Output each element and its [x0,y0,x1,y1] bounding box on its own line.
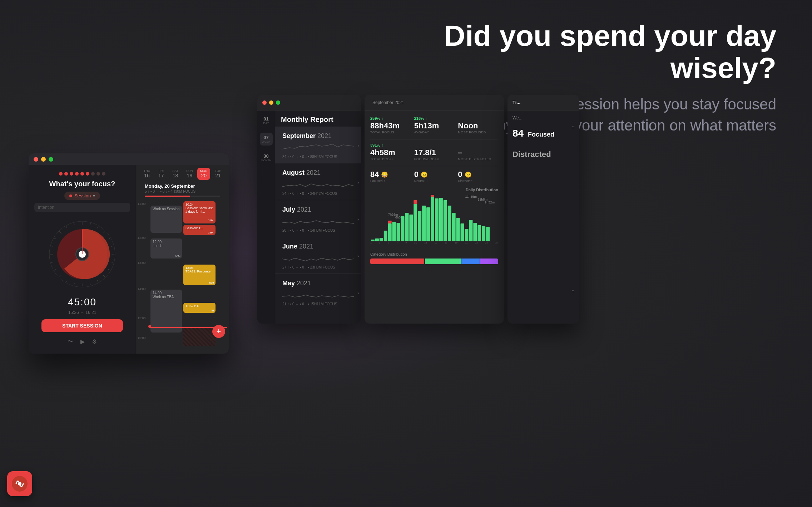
dot-1 [59,172,63,176]
subheadline-line1: Session helps you stay focused [566,96,776,113]
svg-rect-34 [388,221,392,223]
svg-line-2 [90,223,91,225]
event-work-session[interactable]: Work on Session [150,206,182,233]
add-event-button[interactable]: + [212,325,225,338]
chevron-may: › [357,290,359,296]
distracted-text: Distracted [513,150,551,159]
analytics-max-button[interactable] [276,100,280,105]
cal-date-label: Monday, 20 September [140,182,224,189]
analytics-min-button[interactable] [269,100,273,105]
sidebar-item-week[interactable]: 07 WEEK [260,133,273,146]
svg-rect-31 [380,238,383,241]
cal-day-mon[interactable]: MON 20 [197,168,210,180]
svg-rect-42 [418,211,421,241]
dot-3 [70,172,73,176]
dot-5 [80,172,84,176]
svg-rect-47 [435,198,439,241]
event-tba1[interactable]: 13:06TBA21: Favourite 56M [183,265,216,285]
scroll-down-button[interactable]: ↑ [571,287,575,295]
event-lunch[interactable]: 12:00Lunch 60M [150,238,182,259]
sparkline-may [282,289,354,299]
minimize-button[interactable] [41,157,46,162]
sparkline-september [282,142,354,152]
bar-label-630: 6h3m [395,216,403,219]
cal-stats: 5 ↑ • 0 → • 0 ↓ • 4H30M FOCUS [140,189,224,196]
daily-distribution-section: Daily Distribution 11h55m 11h5m 9h52m 7h… [370,188,498,248]
emoji-focused: 84 😄 Focused ↑ [370,170,411,183]
analytics-close-button[interactable] [262,100,267,105]
svg-rect-39 [409,215,413,241]
stat-val-1: 88h43m [370,121,411,131]
timer-app-section: What's your focus? Session ▾ Intention [29,153,272,354]
svg-line-18 [51,262,53,263]
bar-label-952: 9h52m [485,201,495,204]
session-pill[interactable]: Session ▾ [64,192,100,200]
month-stats-july: 20 ↑ • 0 → • 0 ↓ • 14H3M FOCUS [282,228,354,232]
stats-grid-1: 259% ↑ 88h43m TOTAL FOCUS 216% ↑ 5h13m A… [370,116,498,134]
focused-distracted-section: 84 Focused Distracted [513,128,574,159]
cal-day-sun[interactable]: SUN 19 [183,168,196,180]
intention-field[interactable]: Intention [34,203,130,212]
month-stats-may: 21 ↑ • 0 → • 0 ↓ • 15H11M FOCUS [282,302,354,306]
stat-most-focused: - Noon MOST FOCUSED [458,116,498,134]
analytics-right-titlebar: September 2021 [365,95,504,110]
stat-total-focus: 259% ↑ 88h43m TOTAL FOCUS [370,116,411,134]
month-info-june: June 2021 27 ↑ • 0 → • 0 ↓ • 23H3M FOCUS [282,243,354,269]
start-session-button[interactable]: START SESSION [41,319,123,332]
svg-rect-51 [452,213,456,241]
app-icon[interactable] [7,471,32,496]
svg-line-5 [108,238,110,239]
sidebar-item-month[interactable]: 30 MONTH [260,151,273,164]
scroll-up-button[interactable]: ↑ [571,123,575,131]
svg-rect-36 [397,223,400,241]
cal-day-thu[interactable]: THU 16 [140,168,153,180]
month-item-august[interactable]: August 2021 34 ↑ • 0 → • 0 ↓ • 24H42M FO… [275,163,361,200]
cal-day-fri[interactable]: FRI 17 [155,168,168,180]
dot-2 [64,172,68,176]
close-button[interactable] [34,157,38,162]
current-time-dot [148,325,151,328]
month-item-june[interactable]: June 2021 27 ↑ • 0 → • 0 ↓ • 23H3M FOCUS… [275,237,361,274]
svg-line-16 [59,275,61,277]
sidebar-item-day[interactable]: 01 DAY [260,114,273,127]
distracted-large-label: Distracted [513,150,574,159]
stat-divider-1 [370,139,498,139]
play-icon[interactable]: ▶ [80,338,85,345]
stat-pct-2: 216% ↑ [414,116,455,120]
cal-day-tue[interactable]: TUE 21 [212,168,224,180]
svg-line-24 [74,223,75,225]
headline: Did you spend your day wisely? [419,20,776,84]
window-titlebar [29,153,229,165]
gear-icon[interactable]: ⚙ [92,338,97,345]
event-tba2[interactable]: TBA21: F... 4B [183,303,216,313]
event-session-1[interactable]: 10:24Session: Show last 2 days for fr...… [183,201,216,223]
clock-container [46,218,118,290]
svg-rect-35 [392,222,396,241]
svg-rect-52 [456,218,460,241]
activity-icon[interactable]: 〜 [68,338,73,345]
distracted-label: Distracted ↓ [458,179,498,183]
svg-rect-40 [414,204,417,241]
month-stats-june: 27 ↑ • 0 → • 0 ↓ • 23H3M FOCUS [282,265,354,269]
stat-lbl-4: TOTAL BREAK [370,157,411,161]
emoji-stats: 84 😄 Focused ↑ 0 😐 Neutral → 0 😟 [370,170,498,183]
time-1300: 13:00 [138,261,146,265]
chevron-september: › [357,143,359,148]
stat-pct-4: 391% ↑ [370,143,411,147]
session-label: Session [74,193,91,198]
svg-line-14 [74,283,75,285]
stats-period: September 2021 [372,100,404,105]
event-work-tba[interactable]: 14:00Work on TBA [150,290,182,333]
distracted-emoji: 😟 [465,171,472,178]
month-item-may[interactable]: May 2021 21 ↑ • 0 → • 0 ↓ • 15H11M FOCUS… [275,274,361,308]
event-session-2[interactable]: Session: T... 28M [183,225,216,235]
maximize-button[interactable] [49,157,53,162]
month-item-september[interactable]: September 2021 84 ↑ • 0 → • 0 ↓ • 88H43M… [275,127,361,163]
emoji-neutral: 0 😐 Neutral → [414,170,455,183]
svg-rect-57 [477,225,481,241]
cal-day-sat[interactable]: SAT 18 [169,168,182,180]
dot-6 [86,172,89,176]
month-item-july[interactable]: July 2021 20 ↑ • 0 → • 0 ↓ • 14H3M FOCUS… [275,200,361,237]
stat-val-5: 17.8/1 [414,148,455,157]
bar-chart-container: 11h55m 11h5m 9h52m 7h26m 6h3m [370,195,498,248]
